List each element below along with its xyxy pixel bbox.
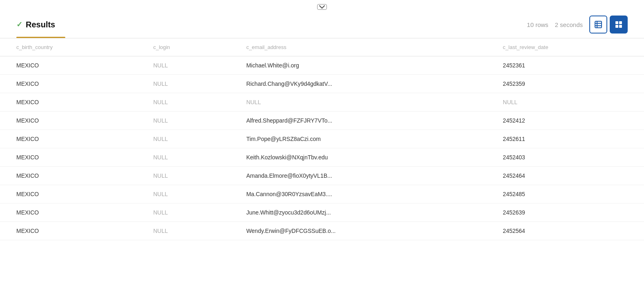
table-cell: 2452639 [486, 203, 644, 222]
table-cell: 2452485 [486, 185, 644, 203]
table-cell: MEXICO [0, 56, 137, 75]
column-header-row: c_birth_country c_login c_email_address … [0, 38, 644, 56]
collapse-chevron-icon[interactable] [317, 4, 327, 10]
table-cell: Tim.Pope@yLRSZ8aCzi.com [230, 130, 486, 148]
table-cell: NULL [137, 167, 230, 185]
table-cell: 2452359 [486, 75, 644, 93]
table-cell: Wendy.Erwin@FyDFCGSSuEB.o... [230, 222, 486, 240]
table-cell: MEXICO [0, 75, 137, 93]
table-header: c_birth_country c_login c_email_address … [0, 38, 644, 56]
table-row: MEXICONULLWendy.Erwin@FyDFCGSSuEB.o...24… [0, 222, 644, 240]
svg-rect-0 [595, 21, 602, 28]
table-cell: NULL [137, 148, 230, 167]
table-cell: Michael.White@i.org [230, 56, 486, 75]
outline-view-button[interactable] [589, 16, 607, 34]
view-toggle-group [589, 16, 628, 34]
table-cell: NULL [137, 222, 230, 240]
table-cell: NULL [486, 93, 644, 112]
col-header-email: c_email_address [230, 38, 486, 56]
svg-rect-4 [615, 21, 618, 24]
table-row: MEXICONULLTim.Pope@yLRSZ8aCzi.com2452611 [0, 130, 644, 148]
table-cell: MEXICO [0, 185, 137, 203]
table-cell: NULL [137, 93, 230, 112]
meta-section: 10 rows 2 seconds [527, 16, 628, 34]
results-table: c_birth_country c_login c_email_address … [0, 38, 644, 240]
table-cell: Ma.Cannon@30R0YzsavEaM3.... [230, 185, 486, 203]
table-cell: NULL [137, 203, 230, 222]
table-row: MEXICONULLNULLNULL [0, 93, 644, 112]
table-cell: NULL [137, 130, 230, 148]
results-section: ✓ Results [16, 20, 55, 29]
page-container: ✓ Results 10 rows 2 seconds [0, 0, 644, 304]
top-chevron-area [0, 4, 644, 12]
table-row: MEXICONULLMa.Cannon@30R0YzsavEaM3....245… [0, 185, 644, 203]
header-bar: ✓ Results 10 rows 2 seconds [0, 12, 644, 34]
table-cell: 2452412 [486, 112, 644, 130]
table-cell: MEXICO [0, 148, 137, 167]
table-cell: 2452564 [486, 222, 644, 240]
svg-rect-7 [619, 25, 622, 28]
table-cell: NULL [137, 112, 230, 130]
table-row: MEXICONULLMichael.White@i.org2452361 [0, 56, 644, 75]
col-header-review-date: c_last_review_date [486, 38, 644, 56]
table-cell: 2452403 [486, 148, 644, 167]
results-title: Results [26, 20, 55, 29]
svg-rect-6 [615, 25, 618, 28]
filled-view-button[interactable] [610, 16, 628, 34]
table-row: MEXICONULLAmanda.Elmore@fioX0ytyVL1B...2… [0, 167, 644, 185]
table-cell: 2452464 [486, 167, 644, 185]
table-body: MEXICONULLMichael.White@i.org2452361MEXI… [0, 56, 644, 240]
table-cell: MEXICO [0, 112, 137, 130]
check-icon: ✓ [16, 20, 22, 29]
table-cell: Richard.Chang@VKy9d4gdkatV... [230, 75, 486, 93]
table-cell: 2452611 [486, 130, 644, 148]
table-cell: MEXICO [0, 130, 137, 148]
table-cell: MEXICO [0, 222, 137, 240]
table-cell: 2452361 [486, 56, 644, 75]
table-row: MEXICONULLRichard.Chang@VKy9d4gdkatV...2… [0, 75, 644, 93]
col-header-login: c_login [137, 38, 230, 56]
table-cell: NULL [137, 56, 230, 75]
table-row: MEXICONULLKeith.Kozlowski@NXqjnTbv.edu24… [0, 148, 644, 167]
table-row: MEXICONULLAlfred.Sheppard@FZFJRY7VTo...2… [0, 112, 644, 130]
table-cell: NULL [137, 75, 230, 93]
col-header-birth-country: c_birth_country [0, 38, 137, 56]
table-cell: Amanda.Elmore@fioX0ytyVL1B... [230, 167, 486, 185]
table-cell: MEXICO [0, 167, 137, 185]
table-cell: NULL [230, 93, 486, 112]
svg-rect-5 [619, 21, 622, 24]
table-cell: June.Whitt@zyocu3d2d6oUMzj... [230, 203, 486, 222]
table-cell: NULL [137, 185, 230, 203]
table-cell: MEXICO [0, 93, 137, 112]
table-cell: MEXICO [0, 203, 137, 222]
seconds-text: 2 seconds [555, 21, 583, 28]
rows-count: 10 rows [527, 21, 549, 28]
table-row: MEXICONULLJune.Whitt@zyocu3d2d6oUMzj...2… [0, 203, 644, 222]
table-cell: Alfred.Sheppard@FZFJRY7VTo... [230, 112, 486, 130]
table-cell: Keith.Kozlowski@NXqjnTbv.edu [230, 148, 486, 167]
